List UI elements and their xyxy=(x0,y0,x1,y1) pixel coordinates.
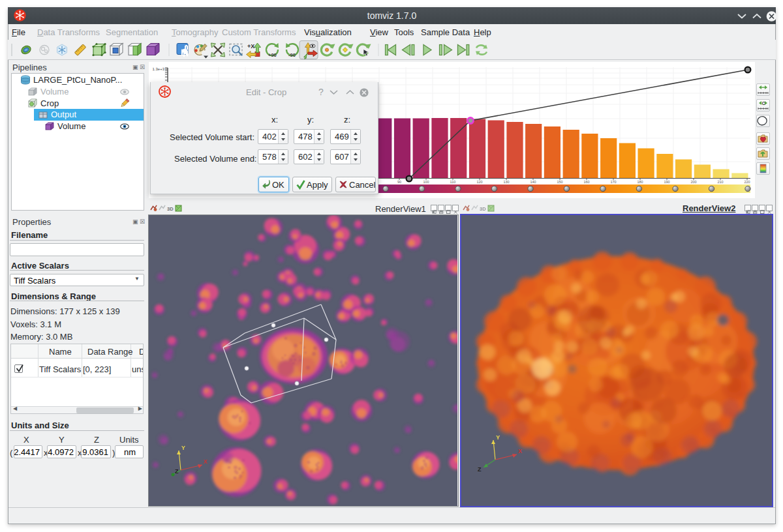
svg-text:+X: +X xyxy=(247,43,254,50)
svg-text:150: 150 xyxy=(557,180,562,184)
svg-text:100: 100 xyxy=(423,180,429,184)
svg-text:110: 110 xyxy=(450,180,456,184)
svg-text:120: 120 xyxy=(476,180,482,184)
svg-text:X: X xyxy=(204,458,207,465)
svg-text:Y: Y xyxy=(181,445,185,451)
svg-text:140: 140 xyxy=(530,180,536,184)
svg-text:1.3e+3: 1.3e+3 xyxy=(152,67,164,71)
svg-text:180: 180 xyxy=(637,180,643,184)
svg-text:-90: -90 xyxy=(288,52,296,58)
svg-text:160: 160 xyxy=(583,180,589,184)
svg-text:Z: Z xyxy=(175,468,179,475)
svg-text:X: X xyxy=(518,448,522,454)
svg-text:220: 220 xyxy=(744,180,750,184)
svg-text:130: 130 xyxy=(503,180,509,184)
svg-text:200: 200 xyxy=(690,180,696,184)
svg-text:90: 90 xyxy=(397,180,401,184)
svg-text:C: C xyxy=(762,101,765,106)
svg-text:Y: Y xyxy=(496,434,500,441)
svg-text:Z: Z xyxy=(478,466,482,473)
svg-text:3D: 3D xyxy=(167,206,174,212)
svg-text:190: 190 xyxy=(664,180,669,184)
svg-text:3D: 3D xyxy=(480,206,486,212)
svg-text:+90: +90 xyxy=(268,52,277,58)
svg-text:170: 170 xyxy=(610,180,616,184)
svg-text:210: 210 xyxy=(717,180,723,184)
